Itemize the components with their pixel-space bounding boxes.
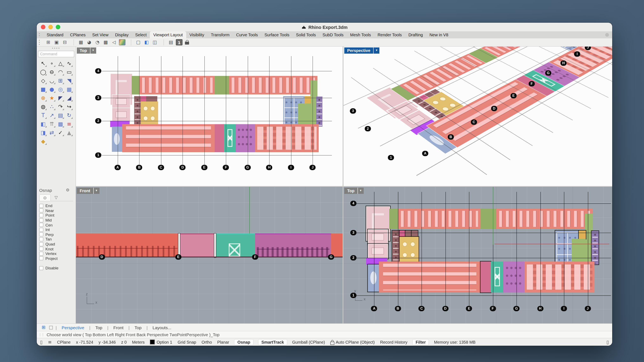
detail-one-icon[interactable]: 1	[176, 39, 182, 45]
osnap-option-point[interactable]: Point	[39, 213, 73, 218]
osnap-option-perp[interactable]: Perp	[39, 232, 73, 237]
scale-tool-icon[interactable]: ↗	[48, 111, 56, 120]
viewport-tab-front[interactable]: Front	[109, 325, 128, 330]
viewport-top[interactable]: Top▼ ABCDEFGHIJ4321	[76, 47, 343, 186]
four-viewport-layout-icon[interactable]: ⊞	[42, 325, 46, 330]
panel-toggle-right-icon[interactable]: ▯	[606, 339, 609, 345]
curve-tool-icon[interactable]: ∿	[65, 59, 74, 68]
polygon-tool-icon[interactable]: ◇	[39, 76, 48, 85]
circle-tool-icon[interactable]: ◯	[39, 68, 48, 76]
menu-tab-render-tools[interactable]: Render Tools	[374, 31, 405, 38]
status-smarttrack[interactable]: SmartTrack	[259, 339, 287, 345]
ellipse-tool-icon[interactable]: ⊖	[48, 68, 56, 76]
point-checkbox[interactable]	[39, 213, 43, 217]
viewport-perspective-label[interactable]: Perspective▼	[344, 47, 380, 54]
project-checkbox[interactable]	[39, 256, 43, 261]
status-y-34-346[interactable]: y -34.346	[99, 340, 116, 344]
torus-tool-icon[interactable]: ◎	[56, 85, 65, 94]
menu-tab-new-in-v8[interactable]: New in V8	[426, 31, 452, 38]
screen-capture-icon[interactable]: ▨	[119, 39, 126, 45]
chevron-down-icon[interactable]: ▼	[90, 47, 96, 54]
status-x-71-524[interactable]: x -71.524	[76, 340, 93, 344]
osnap-disable-row[interactable]: Disable	[39, 266, 73, 270]
knot-checkbox[interactable]	[39, 247, 43, 251]
boolean-difference-tool-icon[interactable]: ∴	[48, 102, 56, 111]
menu-tab-subd-tools[interactable]: SubD Tools	[319, 31, 347, 38]
menu-tab-surface-tools[interactable]: Surface Tools	[261, 31, 293, 38]
menu-tab-curve-tools[interactable]: Curve Tools	[233, 31, 261, 38]
array-tool-icon[interactable]: ▤	[56, 111, 65, 120]
text-tool-icon[interactable]: T	[39, 111, 48, 120]
split-tool-icon[interactable]: ◢	[65, 94, 74, 102]
osnap-option-near[interactable]: Near	[39, 208, 73, 213]
menu-tab-solid-tools[interactable]: Solid Tools	[293, 31, 319, 38]
orient-tool-icon[interactable]: ⇄	[48, 128, 56, 137]
shaded-display-icon[interactable]: ◕	[86, 39, 92, 45]
print-icon[interactable]: ▤	[168, 39, 174, 45]
mid-checkbox[interactable]	[39, 218, 43, 222]
status-ortho[interactable]: Ortho	[202, 340, 212, 344]
chevron-down-icon[interactable]: ▼	[94, 188, 99, 194]
surface-grid-tool-icon[interactable]: ▦	[65, 85, 74, 94]
status-osnap[interactable]: Osnap	[234, 339, 253, 345]
command-history-line[interactable]: ⋮⋮ Choose world view ( Top Bottom Left R…	[37, 331, 612, 338]
surface-from-points-tool-icon[interactable]: ⊞	[56, 76, 65, 85]
status-planar[interactable]: Planar	[217, 340, 229, 344]
maximize-viewport-icon[interactable]: ▣	[53, 39, 60, 45]
status-memory-use-1358-mb[interactable]: Memory use: 1358 MB	[434, 340, 476, 344]
ghosted-display-icon[interactable]: ◔	[94, 39, 101, 45]
status-cplane[interactable]: CPlane	[57, 340, 71, 344]
status-auto-cplane-object[interactable]: Auto CPlane (Object)	[330, 340, 375, 344]
status-grid-snap[interactable]: Grid Snap	[178, 340, 196, 344]
rectangle-tool-icon[interactable]: ▭	[65, 68, 74, 76]
menu-tab-cplanes[interactable]: CPlanes	[67, 31, 89, 38]
osnap-option-knot[interactable]: Knot	[39, 247, 73, 251]
osnap-option-tan[interactable]: Tan	[39, 237, 73, 242]
menu-tab-transform[interactable]: Transform	[208, 31, 233, 38]
viewport-front[interactable]: Front▼ zx DEFG	[76, 187, 343, 324]
osnap-option-end[interactable]: End	[39, 203, 73, 208]
viewport-perspective[interactable]: Perspective▼ 321ABCDEFGHIJ	[344, 47, 612, 186]
named-views-icon[interactable]: ◫	[152, 39, 158, 45]
viewport-top-2[interactable]: Top▼ yx ABCDEFGHIJ4321	[344, 187, 612, 324]
offset-tool-icon[interactable]: ◨	[39, 128, 48, 137]
gear-icon[interactable]: ⚙	[62, 187, 73, 193]
menu-tab-visibility[interactable]: Visibility	[186, 31, 208, 38]
lock-detail-icon[interactable]	[184, 39, 191, 45]
viewport-front-label[interactable]: Front▼	[77, 188, 99, 194]
trim-tool-icon[interactable]: ◤	[56, 94, 65, 102]
blast-tool-icon[interactable]: ★	[48, 94, 56, 102]
menu-tab-select[interactable]: Select	[132, 31, 150, 38]
int-checkbox[interactable]	[39, 228, 43, 232]
arc-tool-icon[interactable]: ◠	[56, 68, 65, 76]
print-preview-icon[interactable]: ◧	[143, 39, 150, 45]
close-button[interactable]	[41, 25, 46, 29]
extrude-tool-icon[interactable]: ⇈	[48, 120, 56, 128]
osnap-option-int[interactable]: Int	[39, 227, 73, 232]
chevron-down-icon[interactable]: ▼	[374, 47, 380, 54]
menu-tab-display[interactable]: Display	[112, 31, 132, 38]
osnap-option-project[interactable]: Project	[39, 256, 73, 261]
menu-tab-standard[interactable]: Standard	[43, 31, 67, 38]
end-checkbox[interactable]	[39, 204, 43, 208]
vertex-checkbox[interactable]	[39, 251, 43, 256]
status-z-0[interactable]: z 0	[121, 340, 127, 344]
boolean-union-tool-icon[interactable]: ◍	[39, 102, 48, 111]
chevron-down-icon[interactable]: ▼	[358, 188, 364, 194]
panel-toggle-icon[interactable]: ▯	[40, 339, 42, 345]
rotate-tool-icon[interactable]: ↻	[65, 111, 74, 120]
cplane-grid-icon[interactable]: ▩	[102, 39, 109, 45]
viewport-top-label[interactable]: Top▼	[77, 47, 96, 54]
command-input[interactable]	[38, 51, 74, 57]
quad-checkbox[interactable]	[39, 242, 43, 246]
primitives-tool-icon[interactable]: ▲	[65, 128, 74, 137]
cen-checkbox[interactable]	[39, 223, 43, 227]
viewport-link-icon[interactable]: ▦	[78, 39, 84, 45]
menu-tab-viewport-layout[interactable]: Viewport Layout	[150, 31, 186, 38]
window-titlebar[interactable]: Rhino Export.3dm	[37, 23, 612, 31]
perp-checkbox[interactable]	[39, 232, 43, 237]
box-tool-icon[interactable]: ■	[39, 85, 48, 94]
point-tool-icon[interactable]: ∘	[48, 59, 56, 68]
zoom-button[interactable]	[56, 25, 60, 29]
viewport-tab-perspective[interactable]: Perspective	[58, 325, 88, 330]
